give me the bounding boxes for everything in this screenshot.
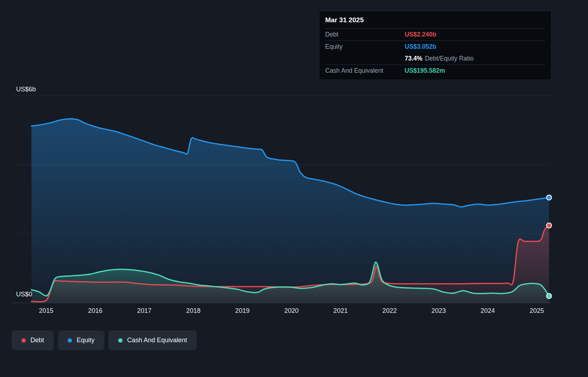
tooltip-row-ratio: 73.4% Debt/Equity Ratio [325,53,545,65]
x-axis-label: 2019 [235,307,250,315]
debt-label: Debt [325,31,405,38]
x-axis-label: 2021 [333,307,348,315]
x-axis-label: 2018 [186,307,201,315]
x-axis-label: 2023 [432,307,446,315]
cash-dot-icon [118,338,122,343]
debt-value: US$2.240b [405,31,437,38]
legend-item-equity[interactable]: Equity [58,330,104,350]
x-axis-label: 2025 [530,307,544,315]
legend-label-debt: Debt [30,337,44,344]
cash-value: US$195.582m [405,67,445,75]
x-axis-label: 2016 [88,307,102,315]
tooltip-row-equity: Equity US$3.052b [325,41,545,53]
legend: Debt Equity Cash And Equivalent [12,330,197,350]
equity-label: Equity [325,43,405,51]
equity-value: US$3.052b [405,43,437,51]
legend-item-cash[interactable]: Cash And Equivalent [109,330,197,350]
y-axis-label-max: US$6b [16,86,36,93]
tooltip-row-debt: Debt US$2.240b [325,29,545,41]
ratio-value: 73.4% [405,55,423,62]
tooltip-row-cash: Cash And Equivalent US$195.582m [325,65,545,77]
ratio-label: Debt/Equity Ratio [425,55,474,62]
chart-plot-area[interactable] [12,96,551,303]
legend-item-debt[interactable]: Debt [12,330,54,350]
x-axis-label: 2020 [284,307,299,315]
x-axis-label: 2015 [39,307,53,315]
legend-label-equity: Equity [77,337,95,344]
debt-dot-icon [21,338,26,343]
tooltip-card: Mar 31 2025 Debt US$2.240b Equity US$3.0… [319,11,551,80]
x-axis-label: 2022 [382,307,397,315]
cash-label: Cash And Equivalent [325,67,405,75]
x-axis-label: 2017 [137,307,151,315]
debt-equity-history-panel: Mar 31 2025 Debt US$2.240b Equity US$3.0… [0,0,588,377]
equity-dot-icon [68,338,72,343]
legend-label-cash: Cash And Equivalent [127,337,187,344]
x-axis-label: 2024 [481,307,495,315]
tooltip-date: Mar 31 2025 [325,11,545,29]
